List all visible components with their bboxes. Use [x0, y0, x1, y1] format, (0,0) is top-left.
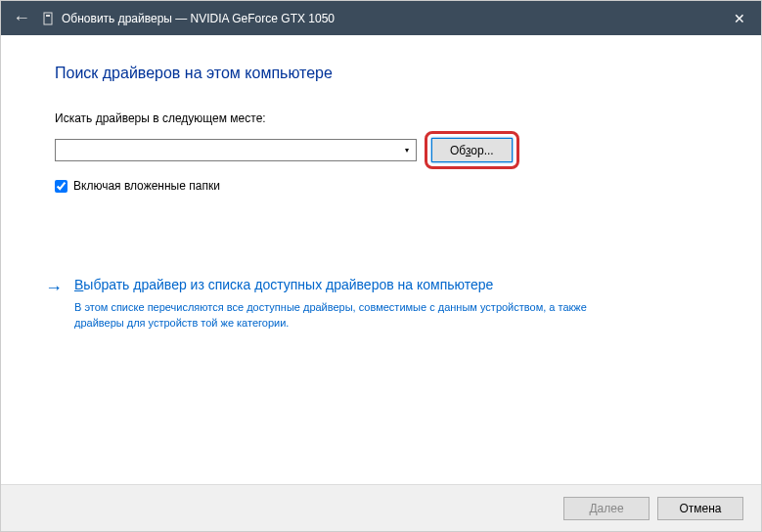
- pick-from-list-title[interactable]: Выбрать драйвер из списка доступных драй…: [74, 276, 603, 295]
- include-subfolders-label: Включая вложенные папки: [73, 179, 220, 193]
- browse-button[interactable]: Обзор...: [431, 138, 513, 162]
- chevron-down-icon[interactable]: ▾: [398, 140, 416, 160]
- browse-button-label: Обзор...: [450, 144, 494, 157]
- svg-rect-0: [44, 13, 52, 24]
- back-arrow-icon[interactable]: ←: [13, 8, 30, 28]
- pick-from-list-description: В этом списке перечисляются все доступны…: [74, 299, 603, 332]
- titlebar: ← Обновить драйверы — NVIDIA GeForce GTX…: [1, 1, 761, 35]
- cancel-button[interactable]: Отмена: [657, 497, 743, 520]
- path-input[interactable]: [55, 139, 417, 161]
- next-button: Далее: [563, 497, 650, 520]
- path-input-row: ▾ Обзор...: [55, 131, 707, 169]
- highlight-annotation: Обзор...: [425, 131, 519, 169]
- include-subfolders-row[interactable]: Включая вложенные папки: [55, 179, 707, 193]
- arrow-right-icon: →: [45, 278, 63, 298]
- close-button[interactable]: ✕: [717, 1, 761, 35]
- content-area: Поиск драйверов на этом компьютере Искат…: [1, 35, 761, 332]
- path-combobox[interactable]: ▾: [55, 139, 417, 161]
- include-subfolders-checkbox[interactable]: [55, 180, 67, 193]
- search-location-label: Искать драйверы в следующем месте:: [55, 111, 707, 125]
- pick-from-list-option[interactable]: → Выбрать драйвер из списка доступных др…: [55, 276, 603, 332]
- svg-rect-1: [46, 15, 50, 17]
- footer: Далее Отмена: [1, 484, 761, 531]
- window-title: Обновить драйверы — NVIDIA GeForce GTX 1…: [62, 12, 335, 25]
- page-heading: Поиск драйверов на этом компьютере: [55, 65, 707, 82]
- device-icon: [42, 12, 54, 25]
